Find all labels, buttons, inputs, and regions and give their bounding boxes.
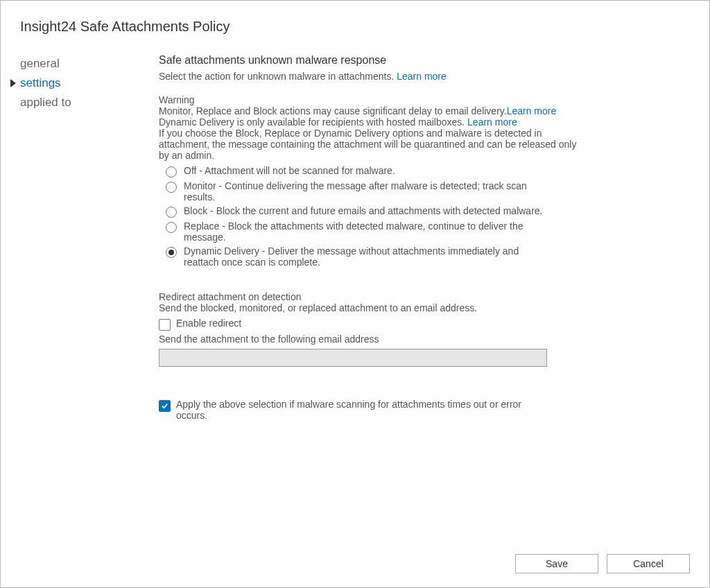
nav-item-settings[interactable]: settings — [20, 74, 159, 93]
policy-window: Insight24 Safe Attachments Policy genera… — [0, 0, 710, 588]
timeout-section: Apply the above selection if malware sca… — [159, 399, 589, 421]
nav-item-general[interactable]: general — [20, 54, 159, 74]
radio-icon — [166, 207, 177, 218]
timeout-label: Apply the above selection if malware sca… — [176, 399, 589, 421]
option-dynamic-delivery[interactable]: Dynamic Delivery - Deliver the message w… — [166, 245, 589, 268]
warning-title: Warning — [159, 94, 589, 105]
option-block[interactable]: Block - Block the current and future ema… — [166, 205, 589, 218]
warning-line-2: Dynamic Delivery is only available for r… — [159, 116, 589, 128]
main-content: Safe attachments unknown malware respons… — [159, 54, 589, 554]
radio-icon — [166, 247, 177, 258]
warning-line-1-text: Monitor, Replace and Block actions may c… — [159, 105, 507, 116]
section-description: Select the action for unknown malware in… — [159, 71, 589, 82]
save-button[interactable]: Save — [515, 554, 598, 573]
option-dynamic-delivery-label: Dynamic Delivery - Deliver the message w… — [184, 245, 589, 268]
learn-more-link-description[interactable]: Learn more — [397, 71, 447, 82]
redirect-description: Send the blocked, monitored, or replaced… — [159, 302, 589, 313]
nav-item-applied-to[interactable]: applied to — [20, 93, 159, 112]
option-replace-label: Replace - Block the attachments with det… — [184, 220, 589, 243]
timeout-row[interactable]: Apply the above selection if malware sca… — [159, 399, 589, 421]
option-off-label: Off - Attachment will not be scanned for… — [184, 165, 589, 176]
learn-more-link-delay[interactable]: Learn more — [507, 105, 557, 116]
radio-icon — [166, 166, 177, 178]
redirect-heading: Redirect attachment on detection — [159, 291, 589, 302]
footer-buttons: Save Cancel — [20, 554, 690, 573]
redirect-email-label: Send the attachment to the following ema… — [159, 334, 589, 345]
enable-redirect-checkbox[interactable] — [159, 319, 171, 331]
checkmark-icon — [161, 402, 168, 410]
option-monitor[interactable]: Monitor - Continue delivering the messag… — [166, 180, 589, 202]
sidebar-nav: general settings applied to — [20, 54, 159, 554]
enable-redirect-label: Enable redirect — [176, 318, 589, 329]
body: general settings applied to Safe attachm… — [20, 54, 690, 554]
redirect-section: Redirect attachment on detection Send th… — [159, 291, 589, 367]
option-block-label: Block - Block the current and future ema… — [184, 205, 589, 216]
warning-line-3: If you choose the Block, Replace or Dyna… — [159, 128, 589, 161]
radio-icon — [166, 222, 177, 233]
warning-line-1: Monitor, Replace and Block actions may c… — [159, 105, 589, 116]
section-heading: Safe attachments unknown malware respons… — [159, 54, 589, 67]
radio-icon — [166, 182, 177, 193]
option-replace[interactable]: Replace - Block the attachments with det… — [166, 220, 589, 243]
enable-redirect-row[interactable]: Enable redirect — [159, 318, 589, 331]
page-title: Insight24 Safe Attachments Policy — [20, 19, 690, 35]
option-monitor-label: Monitor - Continue delivering the messag… — [184, 180, 589, 202]
timeout-checkbox[interactable] — [159, 400, 171, 412]
redirect-email-input[interactable] — [159, 349, 547, 367]
cancel-button[interactable]: Cancel — [607, 554, 690, 573]
warning-line-2-text: Dynamic Delivery is only available for r… — [159, 116, 467, 128]
response-option-list: Off - Attachment will not be scanned for… — [159, 165, 589, 268]
learn-more-link-dynamic[interactable]: Learn more — [467, 116, 517, 128]
option-off[interactable]: Off - Attachment will not be scanned for… — [166, 165, 589, 178]
warning-block: Warning Monitor, Replace and Block actio… — [159, 94, 589, 161]
description-text: Select the action for unknown malware in… — [159, 71, 397, 82]
